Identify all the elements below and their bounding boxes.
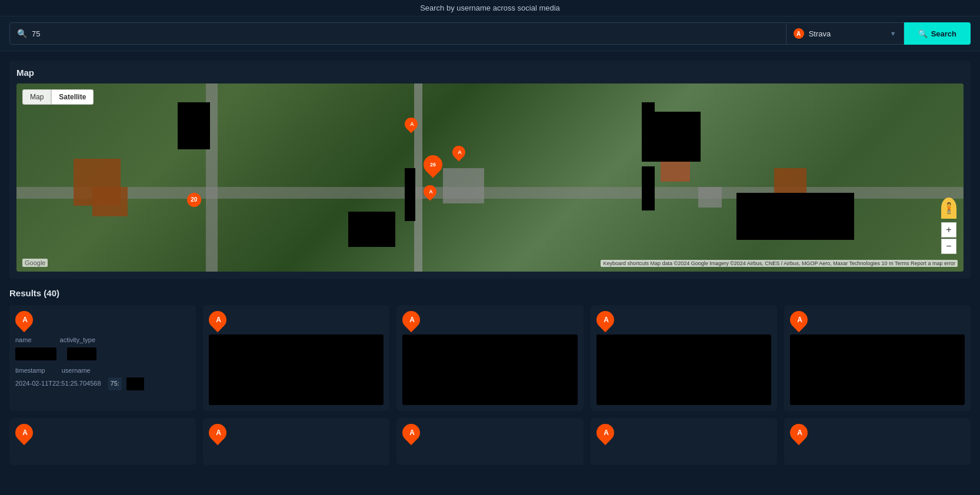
results-section: Results (40) name activity_type timestam… [0,288,980,474]
activity-value [67,347,96,360]
username-value: 75: [108,377,122,390]
username-redacted [126,377,144,390]
zoom-out-button[interactable]: − [941,239,956,254]
strava-result-icon-5 [786,307,811,332]
zoom-in-button[interactable]: + [941,222,956,238]
map-background [16,83,964,272]
strava-marker-3[interactable] [452,146,465,162]
map-section: Map 20 [9,61,971,279]
name-label: name [15,335,32,346]
result-card-7 [203,418,389,465]
redacted-6 [642,112,701,162]
cluster-circle: 26 [420,151,446,178]
building-7 [698,187,722,208]
strava-result-icon-3 [399,307,424,332]
strava-marker-icon-3 [449,143,468,161]
strava-result-icon-1 [12,307,36,332]
chevron-down-icon: ▼ [890,30,896,37]
strava-marker-icon-1 [402,115,421,133]
search-input[interactable] [32,29,779,38]
redacted-5 [642,166,655,210]
result-card-3 [396,305,583,411]
road-vertical-2 [414,83,422,272]
timestamp-label: timestamp [15,365,45,377]
redacted-7 [736,193,854,240]
timestamp-field-row: timestamp username [15,365,190,377]
result-image-2 [209,335,384,405]
result-card-body-1: name activity_type timestamp username 20… [15,335,190,390]
strava-marker-1[interactable] [405,118,418,134]
cluster-label: 26 [430,162,436,168]
map-container[interactable]: 20 26 Map Satellite 🧍 + − [16,83,964,272]
result-image-4 [596,335,771,405]
result-card-8 [396,418,583,465]
search-input-wrapper: 🔍 [9,22,786,45]
pegman-icon[interactable]: 🧍 [941,198,956,219]
result-card-10 [784,418,971,465]
activity-label: activity_type [60,335,96,346]
name-value-row [15,347,190,360]
strava-marker-icon-4 [421,182,439,200]
top-tagline: Search by username across social media [0,0,980,16]
strava-result-icon-4 [592,307,617,332]
strava-icon: A [794,28,804,39]
strava-result-icon-2 [205,307,230,332]
building-3 [443,168,484,203]
map-attribution: Keyboard shortcuts Map data ©2024 Google… [601,260,958,267]
result-card-6 [9,418,196,465]
redacted-3 [348,212,395,247]
redacted-1 [178,102,210,149]
result-image-5 [790,335,965,405]
strava-result-icon-8 [399,420,424,445]
search-button[interactable]: 🔍 Search [904,22,971,45]
strava-result-icon-10 [786,420,811,445]
result-card-1: name activity_type timestamp username 20… [9,305,196,411]
map-type-map-button[interactable]: Map [22,89,51,105]
result-card-9 [591,418,777,465]
name-field-row: name activity_type [15,335,190,346]
redacted-2 [405,168,415,221]
search-bar: 🔍 A Strava ▼ 🔍 Search [0,16,980,51]
platform-label: Strava [809,29,831,38]
results-title: Results (40) [9,288,971,298]
strava-result-icon-7 [205,420,230,445]
map-type-satellite-button[interactable]: Satellite [51,89,94,105]
strava-marker-4[interactable] [424,185,436,202]
timestamp-value-row: 2024-02-11T22:51:25.704568 75: [15,377,190,390]
results-grid-row2 [9,418,971,465]
map-type-buttons: Map Satellite [22,89,94,105]
search-icon: 🔍 [17,29,27,38]
result-card-4 [591,305,777,411]
username-label: username [62,365,91,377]
map-controls: 🧍 + − [941,198,956,254]
results-grid-row1: name activity_type timestamp username 20… [9,305,971,411]
strava-cluster-marker[interactable]: 26 [424,155,442,174]
google-logo: Google [22,259,48,267]
map-title: Map [16,68,964,78]
result-image-3 [402,335,577,405]
platform-selector[interactable]: A Strava ▼ [786,22,904,45]
result-card-2 [203,305,389,411]
strava-result-icon-6 [12,420,36,445]
route-badge: 20 [187,193,201,207]
result-card-5 [784,305,971,411]
strava-result-icon-9 [592,420,617,445]
search-button-icon: 🔍 [918,29,928,38]
name-value [15,347,56,360]
building-2 [92,187,128,216]
timestamp-value: 2024-02-11T22:51:25.704568 [15,378,101,390]
